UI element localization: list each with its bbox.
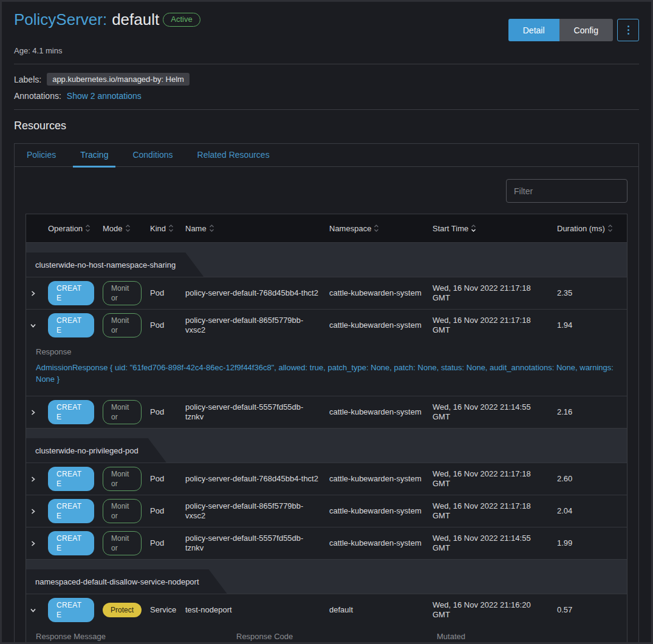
column-header-namespace[interactable]: Namespace xyxy=(329,224,432,233)
operation-cell: CREATE xyxy=(48,310,103,341)
kind-cell: Pod xyxy=(150,285,185,302)
sort-arrows-icon xyxy=(209,224,214,232)
kind-cell: Pod xyxy=(150,470,185,487)
table-body: clusterwide-no-host-namespace-sharingCRE… xyxy=(26,242,627,644)
column-header-start-time[interactable]: Start Time xyxy=(432,224,557,233)
detail-button[interactable]: Detail xyxy=(508,19,559,41)
mode-badge: Monitor xyxy=(103,467,142,491)
filter-input[interactable] xyxy=(506,179,627,203)
age-text: Age: 4.1 mins xyxy=(14,46,639,55)
row-expander[interactable] xyxy=(26,504,48,518)
sort-arrows-icon xyxy=(85,224,91,232)
policy-group-band: namespaced-default-disallow-service-node… xyxy=(26,559,627,594)
show-annotations-link[interactable]: Show 2 annotations xyxy=(67,91,142,101)
tracing-panel: OperationModeKindNameNamespaceStart Time… xyxy=(15,167,638,644)
page-title: PolicyServer: default Active xyxy=(14,10,200,29)
duration-cell: 2.16 xyxy=(557,404,627,421)
row-expander[interactable] xyxy=(26,319,48,333)
operation-cell: CREATE xyxy=(48,495,103,527)
sort-arrows-icon xyxy=(607,224,613,232)
policy-group-label: clusterwide-no-privileged-pod xyxy=(26,438,166,463)
trace-row: CREATEMonitorPodpolicy-server-default-55… xyxy=(26,527,627,559)
duration-cell: 2.35 xyxy=(557,285,627,302)
kind-cell: Service xyxy=(150,602,185,619)
duration-cell: 0.57 xyxy=(557,602,627,619)
resource-name: default xyxy=(112,10,159,29)
mode-cell: Monitor xyxy=(103,463,150,495)
namespace-cell: cattle-kubewarden-system xyxy=(329,503,432,520)
operation-badge: CREATE xyxy=(48,598,94,622)
mode-badge: Monitor xyxy=(103,400,142,424)
name-cell: test-nodeport xyxy=(185,602,329,619)
resources-tab-panel: Policies Tracing Conditions Related Reso… xyxy=(14,143,639,644)
namespace-cell: cattle-kubewarden-system xyxy=(329,470,432,487)
column-header-name[interactable]: Name xyxy=(185,224,329,233)
row-expander[interactable] xyxy=(26,405,48,419)
label-chip: app.kubernetes.io/managed-by: Helm xyxy=(47,73,190,86)
response-detail-column: Response MessageService of type NodePort… xyxy=(36,632,236,644)
divider xyxy=(14,64,639,64)
response-text: AdmissionResponse { uid: "61fed706-898f-… xyxy=(36,362,617,385)
detail-column-label: Mutated xyxy=(437,632,617,641)
column-header-mode[interactable]: Mode xyxy=(103,224,150,233)
kind-cell: Pod xyxy=(150,503,185,520)
row-expander[interactable] xyxy=(26,603,48,617)
row-expander[interactable] xyxy=(26,472,48,486)
operation-badge: CREATE xyxy=(48,531,94,555)
start-time-cell: Wed, 16 Nov 2022 21:14:55 GMT xyxy=(432,399,557,425)
mode-cell: Protect xyxy=(103,599,150,621)
name-cell: policy-server-default-865f5779bb-vxsc2 xyxy=(185,312,329,339)
mode-badge: Protect xyxy=(103,603,142,617)
header-actions: Detail Config xyxy=(508,19,639,41)
start-time-cell: Wed, 16 Nov 2022 21:17:18 GMT xyxy=(432,312,557,339)
config-button[interactable]: Config xyxy=(559,19,613,41)
column-label: Name xyxy=(185,224,207,233)
policy-server-detail-page: PolicyServer: default Active Detail Conf… xyxy=(0,0,653,644)
mode-badge: Monitor xyxy=(103,499,142,523)
chevron-right-icon xyxy=(30,540,36,547)
response-label: Response xyxy=(36,347,617,356)
operation-cell: CREATE xyxy=(48,594,103,626)
row-expander[interactable] xyxy=(26,286,48,300)
sort-arrows-icon xyxy=(125,224,131,232)
sort-arrows-icon xyxy=(168,224,174,232)
chevron-right-icon xyxy=(30,290,36,297)
policy-group-band: clusterwide-no-privileged-pod xyxy=(26,428,627,463)
name-cell: policy-server-default-5557fd55db-tznkv xyxy=(185,399,329,425)
operation-badge: CREATE xyxy=(48,499,94,523)
sort-arrows-icon xyxy=(374,224,379,232)
trace-row: CREATEMonitorPodpolicy-server-default-86… xyxy=(26,495,627,527)
chevron-right-icon xyxy=(30,508,36,515)
namespace-cell: cattle-kubewarden-system xyxy=(329,317,432,334)
tab-tracing[interactable]: Tracing xyxy=(68,144,120,167)
tracing-table: OperationModeKindNameNamespaceStart Time… xyxy=(26,214,627,644)
column-header-operation[interactable]: Operation xyxy=(48,224,103,233)
namespace-cell: cattle-kubewarden-system xyxy=(329,535,432,552)
response-detail: ResponseAdmissionResponse { uid: "61fed7… xyxy=(26,341,627,396)
mode-cell: Monitor xyxy=(103,495,150,527)
namespace-cell: default xyxy=(329,602,432,619)
column-header-kind[interactable]: Kind xyxy=(150,224,185,233)
name-cell: policy-server-default-768d45bb4-thct2 xyxy=(185,470,329,487)
mode-badge: Monitor xyxy=(103,313,142,337)
column-label: Start Time xyxy=(432,224,468,233)
column-header-duration-ms-[interactable]: Duration (ms) xyxy=(557,224,627,233)
operation-cell: CREATE xyxy=(48,396,103,428)
tab-related-resources[interactable]: Related Resources xyxy=(185,144,282,167)
tab-policies[interactable]: Policies xyxy=(15,144,68,167)
actions-menu-button[interactable] xyxy=(617,19,639,41)
name-cell: policy-server-default-5557fd55db-tznkv xyxy=(185,530,329,557)
detail-column-label: Response Code xyxy=(236,632,437,641)
operation-cell: CREATE xyxy=(48,463,103,495)
start-time-cell: Wed, 16 Nov 2022 21:17:18 GMT xyxy=(432,498,557,524)
view-toggle-group: Detail Config xyxy=(508,19,613,41)
mode-cell: Monitor xyxy=(103,310,150,341)
trace-row: CREATEMonitorPodpolicy-server-default-55… xyxy=(26,396,627,428)
resource-tabs: Policies Tracing Conditions Related Reso… xyxy=(15,144,638,167)
annotations-label: Annotations: xyxy=(14,91,61,101)
row-expander[interactable] xyxy=(26,537,48,551)
mode-badge: Monitor xyxy=(103,531,142,555)
response-detail-columns: Response MessageService of type NodePort… xyxy=(26,626,627,644)
mode-cell: Monitor xyxy=(103,396,150,428)
tab-conditions[interactable]: Conditions xyxy=(120,144,185,167)
